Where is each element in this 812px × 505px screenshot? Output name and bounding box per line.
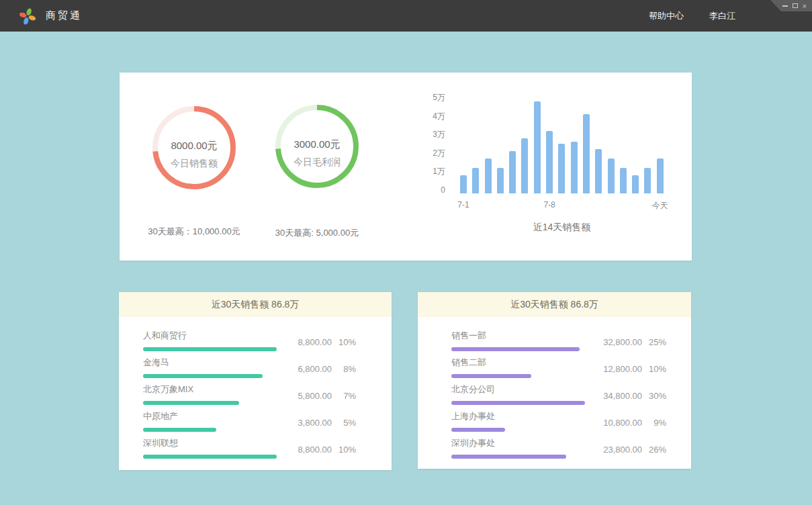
bar-chart-bars [460,96,664,193]
rank-item-bar [143,401,239,405]
today-sales-label: 今日销售额 [152,158,236,170]
daily-sales-bar [509,151,516,193]
bar-chart-yaxis: 5万4万3万2万1万0 [415,73,445,207]
rank-item-amount: 3,800.00 [283,418,332,428]
rank-row: 深圳办事处23,800.0026% [451,437,691,463]
rank-item-percent: 25% [642,337,666,347]
today-sales-value: 8000.00元 [152,140,236,152]
rank-item-amount: 8,800.00 [283,445,332,455]
rank-item-values: 8,800.0010% [283,445,356,455]
today-sales-donut: 8000.00元 今日销售额 30天最高：10,000.00元 [152,106,236,189]
daily-sales-bar [657,158,664,193]
rank-item-bar [143,455,277,459]
rank-item-bar [143,347,277,351]
daily-sales-bar [644,168,651,193]
help-center-link[interactable]: 帮助中心 [649,10,684,22]
rank-item-values: 6,800.008% [283,364,356,374]
y-axis-tick: 0 [415,186,445,194]
daily-sales-bar [521,138,528,193]
daily-sales-bar [485,158,492,193]
rank-item-amount: 8,800.00 [283,337,332,347]
rank-item-amount: 6,800.00 [283,364,332,374]
summary-card: 8000.00元 今日销售额 30天最高：10,000.00元 3000.00元… [120,73,692,261]
daily-sales-bar [583,114,590,193]
rank-row: 人和商贸行8,800.0010% [143,329,392,356]
rank-item-values: 5,800.007% [283,391,356,401]
daily-sales-bar [546,131,553,193]
department-sales-card-title: 近30天销售额 86.8万 [418,292,691,317]
rank-item-bar [451,347,580,351]
daily-sales-bar [472,168,479,193]
x-axis-label: 今天 [652,200,668,212]
rank-item-percent: 7% [332,391,356,401]
app-logo-pinwheel-icon [19,7,36,26]
rank-item-percent: 10% [332,337,356,347]
rank-item-amount: 32,800.00 [594,337,642,347]
y-axis-tick: 4万 [415,112,445,120]
rank-item-values: 3,800.005% [283,418,356,428]
rank-row: 金海马6,800.008% [143,356,392,383]
daily-sales-bar [558,144,565,193]
daily-sales-bar [632,175,639,193]
rank-row: 上海办事处10,800.009% [451,410,691,437]
y-axis-tick: 3万 [415,130,445,138]
rank-item-amount: 12,800.00 [594,364,642,374]
user-name-menu[interactable]: 李白江 [709,10,735,22]
today-profit-donut: 3000.00元 今日毛利润 30天最高: 5,000.00元 [275,105,359,188]
rank-row: 中原地产3,800.005% [143,410,392,437]
rank-item-percent: 26% [642,445,666,455]
rank-body-left: 人和商贸行8,800.0010%金海马6,800.008%北京万象MIX5,80… [119,317,392,463]
x-axis-label: 7-1 [457,200,469,210]
rank-row: 北京万象MIX5,800.007% [143,383,392,410]
today-profit-value: 3000.00元 [275,138,359,151]
rank-item-amount: 23,800.00 [594,445,642,455]
y-axis-tick: 2万 [415,149,445,157]
customer-sales-card: 近30天销售额 86.8万 人和商贸行8,800.0010%金海马6,800.0… [119,292,392,470]
rank-item-percent: 10% [642,364,666,374]
daily-sales-bar [571,142,578,193]
rank-item-percent: 9% [642,418,666,428]
rank-item-values: 8,800.0010% [283,337,356,347]
x-axis-label: 7-8 [543,200,555,210]
daily-sales-bar [595,149,602,193]
bar-chart-xaxis: 7-17-8今天 [460,200,664,211]
rank-row: 销售一部32,800.0025% [451,329,691,356]
rank-item-values: 34,800.0030% [594,391,666,401]
rank-item-values: 10,800.009% [594,418,666,428]
minimize-icon[interactable] [782,5,788,7]
rank-item-values: 23,800.0026% [594,445,666,455]
rank-item-bar [143,428,216,432]
rank-row: 销售二部12,800.0010% [451,356,691,383]
today-profit-label: 今日毛利润 [275,156,359,169]
profit-30d-max: 30天最高: 5,000.00元 [275,227,359,239]
app-title: 商贸通 [46,9,82,22]
daily-sales-bar [497,168,504,193]
close-icon[interactable]: × [803,3,807,9]
department-sales-card: 近30天销售额 86.8万 销售一部32,800.0025%销售二部12,800… [418,292,691,469]
rank-item-amount: 34,800.00 [594,391,642,401]
rank-item-bar [451,428,505,432]
bar-chart-title: 近14天销售额 [460,222,664,234]
maximize-icon[interactable] [793,3,798,8]
rank-item-percent: 30% [642,391,666,401]
rank-item-values: 32,800.0025% [594,337,666,347]
y-axis-tick: 1万 [415,167,445,175]
rank-item-percent: 8% [332,364,356,374]
daily-sales-bar [620,168,627,193]
rank-item-amount: 5,800.00 [283,391,332,401]
sales-30d-max: 30天最高：10,000.00元 [148,226,240,238]
daily-sales-bar [460,175,467,193]
rank-item-percent: 10% [332,445,356,455]
titlebar: 商贸通 帮助中心 李白江 × [0,0,812,32]
daily-sales-bar [608,158,615,193]
rank-item-bar [451,401,585,405]
rank-row: 北京分公司34,800.0030% [451,383,691,410]
rank-item-bar [451,374,531,378]
rank-item-values: 12,800.0010% [594,364,666,374]
daily-sales-bar [534,101,541,193]
rank-row: 深圳联想8,800.0010% [143,437,392,463]
rank-item-percent: 5% [332,418,356,428]
rank-item-bar [143,374,263,378]
rank-item-bar [451,455,566,459]
window-controls: × [770,0,812,11]
